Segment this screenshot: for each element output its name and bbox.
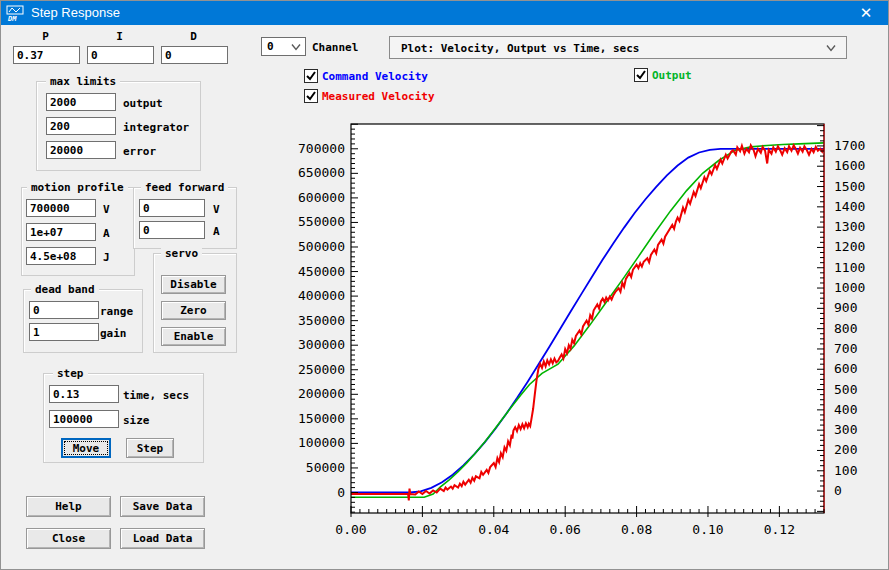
svg-text:1400: 1400 — [834, 199, 865, 214]
title-bar[interactable]: DM Step Response ✕ — [1, 1, 888, 25]
dead-band-group — [23, 289, 143, 353]
step-time-input[interactable] — [49, 385, 119, 403]
deadband-gain-label: gain — [100, 327, 127, 340]
velocity-input[interactable] — [26, 199, 96, 217]
zero-button[interactable]: Zero — [161, 301, 226, 320]
svg-text:500: 500 — [834, 382, 857, 397]
svg-text:100: 100 — [834, 463, 857, 478]
error-limit-input[interactable] — [46, 141, 116, 159]
d-label: D — [161, 30, 226, 43]
svg-text:700: 700 — [834, 341, 857, 356]
svg-text:150000: 150000 — [298, 411, 345, 426]
deadband-range-label: range — [100, 305, 133, 318]
measured-velocity-checkbox[interactable] — [304, 89, 318, 103]
feed-forward-group — [133, 187, 237, 249]
plot-select-value: Plot: Velocity, Output vs Time, secs — [401, 42, 639, 55]
app-icon: DM — [6, 4, 24, 22]
svg-text:500000: 500000 — [298, 239, 345, 254]
svg-text:600000: 600000 — [298, 190, 345, 205]
integrator-limit-input[interactable] — [46, 117, 116, 135]
ff-acceleration-input[interactable] — [139, 221, 205, 239]
error-limit-label: error — [123, 145, 156, 158]
svg-text:0.06: 0.06 — [550, 522, 581, 537]
p-label: P — [13, 30, 78, 43]
load-data-button[interactable]: Load Data — [120, 528, 205, 549]
step-button[interactable]: Step — [126, 438, 174, 458]
output-limit-input[interactable] — [46, 93, 116, 111]
svg-text:1500: 1500 — [834, 179, 865, 194]
svg-text:600: 600 — [834, 361, 857, 376]
save-data-button[interactable]: Save Data — [120, 496, 205, 517]
p-input[interactable] — [13, 46, 80, 64]
channel-value: 0 — [267, 40, 274, 53]
svg-text:400000: 400000 — [298, 288, 345, 303]
motion-profile-title: motion profile — [27, 181, 128, 194]
help-button[interactable]: Help — [26, 496, 111, 517]
command-velocity-checkbox[interactable] — [304, 69, 318, 83]
check-icon — [635, 69, 647, 81]
ff-acceleration-label: A — [213, 225, 220, 238]
ff-velocity-label: V — [213, 203, 220, 216]
svg-text:100000: 100000 — [298, 435, 345, 450]
svg-text:900: 900 — [834, 300, 857, 315]
svg-text:0.10: 0.10 — [692, 522, 723, 537]
deadband-gain-input[interactable] — [29, 323, 99, 341]
step-response-dialog: DM Step Response ✕ P I D 0 Channel Plot:… — [0, 0, 889, 570]
svg-text:350000: 350000 — [298, 313, 345, 328]
step-size-input[interactable] — [49, 410, 119, 428]
jerk-input[interactable] — [26, 247, 96, 265]
close-button[interactable]: Close — [26, 528, 111, 549]
svg-text:200000: 200000 — [298, 386, 345, 401]
svg-text:1300: 1300 — [834, 219, 865, 234]
max-limits-title: max limits — [46, 75, 120, 88]
d-input[interactable] — [161, 46, 228, 64]
check-icon — [305, 90, 317, 102]
channel-select[interactable]: 0 — [261, 37, 306, 56]
output-limit-label: output — [123, 97, 163, 110]
command-velocity-label: Command Velocity — [322, 70, 428, 83]
feed-forward-title: feed forward — [141, 181, 228, 194]
svg-text:1700: 1700 — [834, 138, 865, 153]
app-icon-text: DM — [7, 15, 17, 22]
disable-button[interactable]: Disable — [161, 275, 226, 294]
svg-text:0.00: 0.00 — [335, 522, 366, 537]
channel-label: Channel — [312, 41, 358, 54]
svg-text:1600: 1600 — [834, 158, 865, 173]
enable-button[interactable]: Enable — [161, 327, 226, 346]
window-title: Step Response — [31, 1, 120, 25]
svg-text:0: 0 — [337, 485, 345, 500]
dead-band-title: dead band — [31, 283, 99, 296]
chevron-down-icon — [291, 43, 301, 52]
servo-title: servo — [161, 247, 202, 260]
svg-text:0: 0 — [834, 483, 842, 498]
jerk-label: J — [103, 251, 110, 264]
svg-text:250000: 250000 — [298, 362, 345, 377]
output-checkbox[interactable] — [634, 68, 648, 82]
deadband-range-input[interactable] — [29, 301, 99, 319]
measured-velocity-label: Measured Velocity — [322, 90, 435, 103]
step-time-label: time, secs — [123, 389, 189, 402]
svg-text:300: 300 — [834, 422, 857, 437]
acceleration-label: A — [103, 227, 110, 240]
acceleration-input[interactable] — [26, 223, 96, 241]
i-label: I — [87, 30, 152, 43]
velocity-label: V — [103, 203, 110, 216]
close-icon[interactable]: ✕ — [850, 1, 882, 25]
svg-text:550000: 550000 — [298, 214, 345, 229]
plot-select[interactable]: Plot: Velocity, Output vs Time, secs — [389, 36, 847, 59]
svg-text:1000: 1000 — [834, 280, 865, 295]
ff-velocity-input[interactable] — [139, 199, 205, 217]
svg-text:800: 800 — [834, 321, 857, 336]
svg-text:0.02: 0.02 — [407, 522, 438, 537]
i-input[interactable] — [87, 46, 154, 64]
svg-text:1100: 1100 — [834, 260, 865, 275]
svg-text:700000: 700000 — [298, 141, 345, 156]
output-label: Output — [652, 69, 692, 82]
svg-text:200: 200 — [834, 442, 857, 457]
step-response-chart: 7000006500006000005500005000004500004000… — [291, 116, 889, 546]
svg-text:0.08: 0.08 — [621, 522, 652, 537]
move-button[interactable]: Move — [61, 438, 111, 458]
svg-text:400: 400 — [834, 402, 857, 417]
svg-text:450000: 450000 — [298, 264, 345, 279]
integrator-limit-label: integrator — [123, 121, 189, 134]
